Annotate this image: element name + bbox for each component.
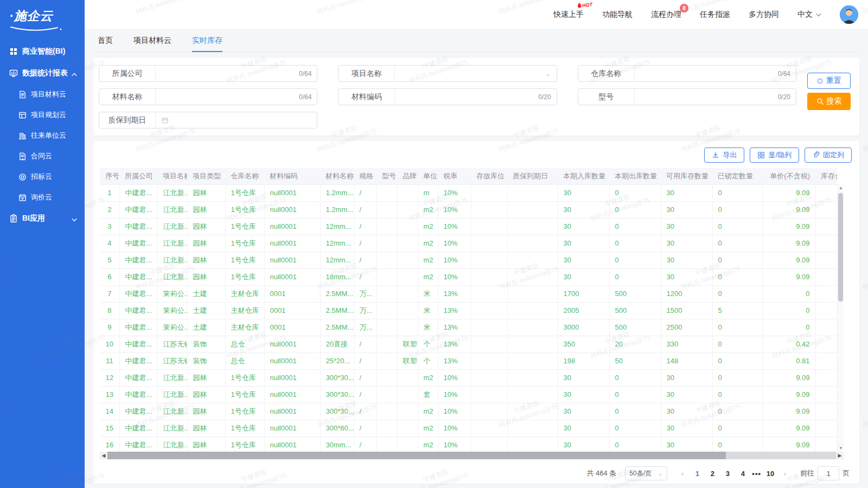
sidebar-subitem-往来单位云[interactable]: 往来单位云 [0,125,85,146]
nav-item-快速上手[interactable]: 快速上手HOT [553,10,584,20]
vertical-scroll-thumb[interactable] [838,193,843,301]
table-cell: 12 [100,369,119,386]
sidebar-subitem-项目材料云[interactable]: 项目材料云 [0,84,85,105]
language-switcher[interactable]: 中文 [797,10,821,20]
table-cell [397,268,418,285]
filter-input-wrap: 0/20 [635,89,796,105]
reset-button[interactable]: 重置 [807,73,851,89]
table-cell [376,302,397,319]
page-number-10[interactable]: 10 [764,470,776,478]
tab-首页[interactable]: 首页 [98,36,113,52]
table-cell: 13% [438,336,471,352]
table-cell: 总仓 [225,336,264,352]
table-cell [507,436,558,452]
table-panel: 导出显/隐列固定列 序号所属公司项目名称项目类型仓库名称材料编码材料名称规格型号… [93,141,859,484]
contract-icon [18,152,27,160]
page-number-4[interactable]: 4 [737,470,749,478]
table-cell [471,201,507,218]
table-cell: 14 [100,403,119,420]
table-cell [397,285,418,302]
table-cell: 30 [661,369,712,386]
filter-field-所属公司: 所属公司0/64 [99,65,317,82]
page-ellipsis[interactable]: ••• [752,470,761,478]
table-cell: 0 [712,403,762,420]
nav-item-功能导航[interactable]: 功能导航 [602,10,633,20]
table-cell: 江北新... [157,201,187,218]
toolbar-button-显/隐列[interactable]: 显/隐列 [750,147,799,163]
table-cell: 0 [712,268,762,285]
text-input[interactable] [161,69,296,78]
scroll-down-arrow-icon[interactable]: ▼ [838,445,844,451]
scroll-up-arrow-icon[interactable]: ▲ [838,184,844,191]
table-cell [507,336,558,352]
table-cell: 中建君... [119,420,157,436]
table-cell: 装饰 [187,336,225,352]
toolbar-button-导出[interactable]: 导出 [704,147,744,163]
table-cell [507,420,558,436]
table-cell: 11 [100,352,119,369]
table-cell [507,218,558,235]
table-cell: 148 [661,352,712,369]
sidebar-subitem-label: 往来单位云 [31,131,66,140]
search-button[interactable]: 搜索 [807,93,851,110]
table-cell: 中建君... [119,252,157,268]
sidebar-subitem-询价云[interactable]: 询价云 [0,187,85,208]
material-doc-icon [18,91,27,99]
table-cell [376,386,397,403]
page-numbers: 1234•••10 [691,470,776,478]
table-cell: 中建君... [119,184,157,201]
sidebar-subitem-合同云[interactable]: 合同云 [0,146,85,166]
table-cell: 0 [609,218,661,235]
text-input[interactable] [161,93,296,101]
page-size-select[interactable]: 50条/页 ⌄ [625,466,667,480]
goto-page-input[interactable] [818,466,839,480]
sidebar-subitem-招标云[interactable]: 招标云 [0,166,85,187]
filter-field-材料编码: 材料编码0/20 [338,88,557,105]
toolbar-button-固定列[interactable]: 固定列 [805,147,852,163]
next-page-button[interactable]: › [780,470,790,478]
sidebar-item-数据统计报表[interactable]: 数据统计报表 [0,62,85,84]
table-cell [397,436,418,452]
tab-实时库存[interactable]: 实时库存 [192,36,222,52]
nav-item-流程办理[interactable]: 流程办理8 [651,10,681,20]
horizontal-scroll-thumb[interactable] [107,452,726,459]
table-cell: 8 [100,302,119,319]
nav-item-多方协同[interactable]: 多方协同 [749,10,779,20]
scroll-left-arrow-icon[interactable]: ◀ [100,452,107,459]
page-number-2[interactable]: 2 [706,470,718,478]
vertical-scrollbar[interactable]: ▲ ▼ [837,184,844,451]
column-header-可用库存数量: 可用库存数量 [661,168,712,184]
page-number-3[interactable]: 3 [722,470,733,478]
tab-项目材料云[interactable]: 项目材料云 [133,36,171,52]
table-cell [507,184,558,201]
table-cell: / [354,201,376,218]
select-input[interactable] [400,69,545,78]
table-cell: 30 [558,252,609,268]
table-cell: 园林 [187,369,225,386]
sidebar-item-BI应用[interactable]: BI应用 [0,208,85,229]
table-cell: 土建 [187,302,225,319]
prev-page-button[interactable]: ‹ [677,470,688,478]
nav-item-任务指派[interactable]: 任务指派 [700,10,730,20]
filter-grid: 所属公司0/64项目名称⌄仓库名称0/64材料名称0/64材料编码0/20型号0… [99,65,796,129]
text-input[interactable] [640,93,775,101]
table-cell: m2 [418,420,438,436]
table-cell [376,201,397,218]
date-input[interactable] [172,116,311,124]
text-input[interactable] [640,69,775,78]
chevron-down-icon: ⌄ [658,470,663,477]
sidebar-subitem-项目规划云[interactable]: 项目规划云 [0,105,85,125]
text-input[interactable] [400,93,535,101]
table-cell: 0 [712,285,762,302]
horizontal-scrollbar[interactable]: ◀ ▶ [100,452,844,459]
scroll-right-arrow-icon[interactable]: ▶ [836,452,844,459]
user-avatar[interactable] [840,5,858,24]
table-cell: 0 [712,386,762,403]
table-cell: 20直接 [320,336,354,352]
sidebar-item-商业智能(BI)[interactable]: 商业智能(BI) [0,41,85,62]
table-cell: null0001 [264,252,320,268]
page-number-1[interactable]: 1 [691,470,703,478]
table-cell: 个 [418,352,438,369]
table-cell: m2 [418,252,438,268]
table-cell: 园林 [187,436,225,452]
